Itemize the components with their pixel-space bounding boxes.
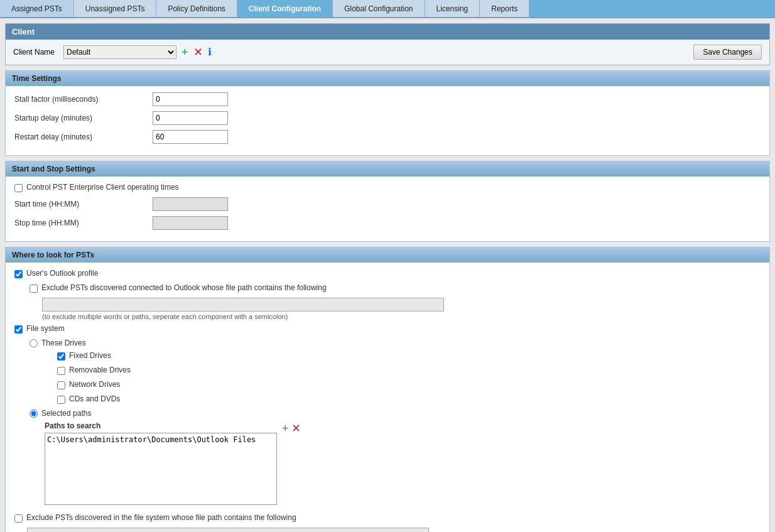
exclude-outlook-section: Exclude PSTs discovered connected to Out… bbox=[14, 283, 761, 320]
start-time-row: Start time (HH:MM) bbox=[14, 197, 761, 211]
stall-factor-row: Stall factor (milliseconds) bbox=[14, 92, 761, 106]
tab-assigned-psts[interactable]: Assigned PSTs bbox=[0, 0, 74, 17]
selected-paths-row: Selected paths bbox=[30, 409, 761, 418]
paths-to-search-label: Paths to search bbox=[45, 421, 277, 430]
restart-delay-label: Restart delay (minutes) bbox=[14, 133, 153, 141]
fixed-drives-checkbox[interactable] bbox=[57, 352, 65, 361]
start-stop-section: Start and Stop Settings Control PST Ente… bbox=[5, 161, 770, 242]
exclude-outlook-label: Exclude PSTs discovered connected to Out… bbox=[41, 283, 327, 292]
exclude-filesystem-label: Exclude PSTs discovered in the file syst… bbox=[26, 513, 296, 522]
time-settings-header: Time Settings bbox=[6, 71, 769, 86]
start-stop-header: Start and Stop Settings bbox=[6, 161, 769, 176]
client-panel-body: Client Name Default + ✕ ℹ Save Changes bbox=[6, 40, 769, 65]
network-drives-label: Network Drives bbox=[69, 380, 120, 389]
remove-path-button[interactable]: ✕ bbox=[291, 423, 301, 434]
outlook-profile-row: User's Outlook profile bbox=[14, 269, 761, 278]
tab-unassigned-psts[interactable]: Unassigned PSTs bbox=[74, 0, 157, 17]
tab-client-configuration[interactable]: Client Configuration bbox=[237, 0, 333, 17]
file-system-label: File system bbox=[26, 324, 65, 333]
where-to-look-body: User's Outlook profile Exclude PSTs disc… bbox=[6, 263, 769, 532]
client-name-label: Client Name bbox=[13, 48, 55, 57]
exclude-outlook-row: Exclude PSTs discovered connected to Out… bbox=[30, 283, 761, 293]
client-panel: Client Client Name Default + ✕ ℹ Save Ch… bbox=[5, 23, 770, 65]
tab-bar: Assigned PSTs Unassigned PSTs Policy Def… bbox=[0, 0, 775, 18]
paths-icons: + ✕ bbox=[282, 423, 301, 434]
exclude-filesystem-checkbox[interactable] bbox=[14, 514, 23, 523]
network-drives-row: Network Drives bbox=[57, 380, 761, 389]
cds-dvds-label: CDs and DVDs bbox=[69, 394, 120, 403]
file-system-row: File system bbox=[14, 324, 761, 334]
tab-reports[interactable]: Reports bbox=[480, 0, 529, 17]
where-to-look-header: Where to look for PSTs bbox=[6, 247, 769, 263]
network-drives-checkbox[interactable] bbox=[57, 381, 65, 389]
outlook-profile-label: User's Outlook profile bbox=[26, 269, 98, 278]
removable-drives-label: Removable Drives bbox=[69, 366, 131, 374]
startup-delay-row: Startup delay (minutes) bbox=[14, 111, 761, 125]
stop-time-row: Stop time (HH:MM) bbox=[14, 216, 761, 230]
time-settings-body: Stall factor (milliseconds) Startup dela… bbox=[6, 86, 769, 155]
removable-drives-row: Removable Drives bbox=[57, 366, 761, 375]
paths-to-search-section: Paths to search C:\Users\administrator\D… bbox=[45, 421, 761, 507]
tab-spacer bbox=[529, 0, 775, 17]
tab-licensing[interactable]: Licensing bbox=[425, 0, 480, 17]
these-drives-row: These Drives bbox=[30, 339, 761, 347]
client-name-dropdown[interactable]: Default bbox=[63, 45, 176, 59]
startup-delay-input[interactable] bbox=[153, 111, 228, 125]
these-drives-radio[interactable] bbox=[30, 339, 38, 347]
stall-factor-input[interactable] bbox=[153, 92, 228, 106]
exclude-filesystem-input[interactable] bbox=[27, 528, 429, 532]
start-stop-body: Control PST Enterprise Client operating … bbox=[6, 176, 769, 241]
removable-drives-checkbox[interactable] bbox=[57, 367, 65, 375]
fixed-drives-row: Fixed Drives bbox=[57, 351, 761, 361]
tab-policy-definitions[interactable]: Policy Definitions bbox=[156, 0, 237, 17]
paths-to-search-container: Paths to search C:\Users\administrator\D… bbox=[45, 421, 277, 507]
remove-client-button[interactable]: ✕ bbox=[193, 46, 203, 58]
stop-time-label: Stop time (HH:MM) bbox=[14, 219, 153, 227]
control-times-label: Control PST Enterprise Client operating … bbox=[26, 183, 179, 192]
outlook-profile-checkbox[interactable] bbox=[14, 270, 23, 278]
control-times-row: Control PST Enterprise Client operating … bbox=[14, 183, 761, 192]
startup-delay-label: Startup delay (minutes) bbox=[14, 114, 153, 122]
start-time-label: Start time (HH:MM) bbox=[14, 200, 153, 209]
control-times-checkbox[interactable] bbox=[14, 184, 23, 192]
restart-delay-input[interactable] bbox=[153, 130, 228, 144]
cds-dvds-checkbox[interactable] bbox=[57, 396, 65, 404]
save-changes-button[interactable]: Save Changes bbox=[693, 45, 762, 60]
start-time-input[interactable] bbox=[153, 197, 228, 211]
add-client-button[interactable]: + bbox=[182, 46, 188, 58]
exclude-filesystem-section: Exclude PSTs discovered in the file syst… bbox=[14, 513, 761, 532]
tab-global-configuration[interactable]: Global Configuration bbox=[333, 0, 425, 17]
exclude-outlook-input[interactable] bbox=[42, 298, 444, 312]
these-drives-label: These Drives bbox=[41, 339, 86, 347]
client-panel-header: Client bbox=[6, 24, 769, 40]
cds-dvds-row: CDs and DVDs bbox=[57, 394, 761, 404]
where-to-look-section: Where to look for PSTs User's Outlook pr… bbox=[5, 247, 770, 532]
paths-textarea[interactable]: C:\Users\administrator\Documents\Outlook… bbox=[45, 433, 277, 505]
add-path-button[interactable]: + bbox=[282, 423, 289, 434]
drives-section: These Drives Fixed Drives Removable Driv… bbox=[14, 339, 761, 507]
main-content: Client Client Name Default + ✕ ℹ Save Ch… bbox=[0, 18, 775, 532]
info-icon[interactable]: ℹ bbox=[208, 47, 212, 57]
exclude-outlook-hint: (to exclude multiple words or paths, sep… bbox=[42, 313, 761, 320]
stop-time-input[interactable] bbox=[153, 216, 228, 230]
exclude-outlook-checkbox[interactable] bbox=[30, 285, 38, 293]
selected-paths-label: Selected paths bbox=[41, 409, 91, 418]
time-settings-section: Time Settings Stall factor (milliseconds… bbox=[5, 70, 770, 156]
drive-checkboxes: Fixed Drives Removable Drives Network Dr… bbox=[30, 351, 761, 404]
selected-paths-radio[interactable] bbox=[30, 410, 38, 418]
restart-delay-row: Restart delay (minutes) bbox=[14, 130, 761, 144]
exclude-filesystem-row: Exclude PSTs discovered in the file syst… bbox=[14, 513, 761, 523]
file-system-checkbox[interactable] bbox=[14, 325, 23, 334]
fixed-drives-label: Fixed Drives bbox=[69, 351, 111, 360]
stall-factor-label: Stall factor (milliseconds) bbox=[14, 95, 153, 104]
